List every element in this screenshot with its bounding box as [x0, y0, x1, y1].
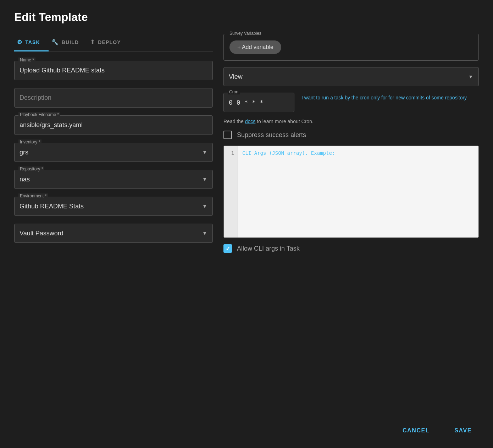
cli-line-number: 1	[231, 150, 234, 156]
inventory-label: Inventory *	[18, 140, 41, 144]
playbook-label: Playbook Filename *	[18, 112, 60, 117]
add-variable-button[interactable]: + Add variable	[229, 40, 281, 54]
docs-link[interactable]: docs	[245, 119, 256, 124]
cli-placeholder-text: CLI Args (JSON array). Example:	[242, 150, 335, 156]
cron-input[interactable]	[223, 93, 294, 112]
view-select[interactable]: View Admin Read-only	[223, 67, 479, 86]
repository-select-wrapper: nas main backup	[14, 170, 213, 189]
description-input[interactable]	[14, 88, 213, 108]
deploy-icon: ⬆	[90, 39, 95, 45]
cli-line-numbers: 1	[224, 146, 238, 237]
cron-row: Cron I want to run a task by the cron on…	[223, 93, 479, 112]
docs-suffix: to learn more about Cron.	[255, 119, 313, 124]
environment-select-wrapper: Github README Stats Production Staging	[14, 197, 213, 216]
playbook-input[interactable]	[14, 115, 213, 135]
vault-select[interactable]: Vault Password	[14, 224, 213, 243]
right-panel: Survey Variables + Add variable View Adm…	[223, 34, 479, 406]
suppress-checkbox[interactable]	[223, 131, 232, 139]
playbook-field-group: Playbook Filename *	[14, 115, 213, 135]
tab-deploy-label: DEPLOY	[98, 39, 121, 45]
inventory-field-group: Inventory * grs prod dev	[14, 143, 213, 162]
survey-variables-box: Survey Variables + Add variable	[223, 34, 479, 61]
cron-field-group: Cron	[223, 93, 294, 112]
tab-build[interactable]: 🔧 BUILD	[49, 34, 88, 51]
tab-task[interactable]: ⚙ TASK	[14, 34, 49, 51]
repository-field-group: Repository * nas main backup	[14, 170, 213, 189]
tab-build-label: BUILD	[62, 39, 79, 45]
tabs-bar: ⚙ TASK 🔧 BUILD ⬆ DEPLOY	[14, 34, 213, 51]
environment-field-group: Environment * Github README Stats Produc…	[14, 197, 213, 216]
cron-label: Cron	[228, 89, 240, 94]
page-title: Edit Template	[14, 11, 479, 24]
environment-label: Environment *	[18, 193, 48, 198]
name-input[interactable]	[14, 61, 213, 80]
save-button[interactable]: SAVE	[447, 424, 479, 437]
footer: CANCEL SAVE	[14, 417, 479, 437]
allow-cli-checkbox[interactable]	[223, 244, 232, 253]
repository-select[interactable]: nas main backup	[14, 170, 213, 189]
build-icon: 🔧	[51, 39, 59, 45]
inventory-select[interactable]: grs prod dev	[14, 143, 213, 162]
suppress-label: Suppress success alerts	[237, 131, 306, 139]
suppress-checkbox-row: Suppress success alerts	[223, 131, 479, 139]
survey-variables-label: Survey Variables	[228, 31, 263, 36]
cli-editor: 1 CLI Args (JSON array). Example:	[223, 146, 479, 238]
allow-cli-label: Allow CLI args in Task	[237, 245, 300, 252]
left-panel: ⚙ TASK 🔧 BUILD ⬆ DEPLOY Name * Playbook …	[14, 34, 213, 406]
description-field-group	[14, 88, 213, 108]
inventory-select-wrapper: grs prod dev	[14, 143, 213, 162]
allow-cli-checkbox-row: Allow CLI args in Task	[223, 244, 479, 253]
tab-deploy[interactable]: ⬆ DEPLOY	[87, 34, 129, 51]
cancel-button[interactable]: CANCEL	[395, 424, 437, 437]
cron-hint: I want to run a task by the cron only fo…	[301, 93, 479, 102]
docs-line: Read the docs to learn more about Cron.	[223, 119, 479, 124]
vault-field-group: Vault Password	[14, 224, 213, 243]
task-icon: ⚙	[17, 39, 22, 45]
tab-task-label: TASK	[25, 39, 40, 45]
environment-select[interactable]: Github README Stats Production Staging	[14, 197, 213, 216]
add-variable-label: + Add variable	[237, 44, 273, 50]
repository-label: Repository *	[18, 166, 44, 171]
view-dropdown-wrapper: View Admin Read-only	[223, 67, 479, 86]
name-label: Name *	[18, 58, 35, 62]
docs-prefix: Read the	[223, 119, 245, 124]
name-field-group: Name *	[14, 61, 213, 80]
cli-content[interactable]: CLI Args (JSON array). Example:	[238, 146, 478, 237]
vault-select-wrapper: Vault Password	[14, 224, 213, 243]
